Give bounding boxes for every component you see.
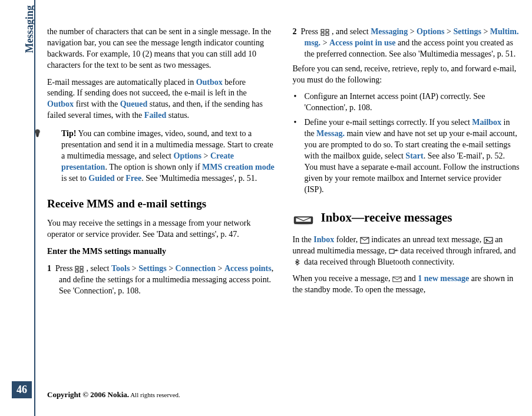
link-guided: Guided [88, 174, 114, 183]
section-label: Messaging [24, 5, 36, 53]
paragraph: When you receive a message, and 1 new me… [293, 273, 521, 296]
link-outbox: Outbox [47, 100, 74, 108]
main-content: the number of characters that can be sen… [47, 27, 520, 381]
rights-reserved: All rights reserved. [129, 391, 180, 398]
link-access-points: Access points [224, 264, 272, 273]
svg-rect-0 [75, 266, 78, 269]
svg-point-13 [485, 239, 487, 240]
inbox-icon [293, 211, 314, 225]
link-queued: Queued [120, 100, 148, 108]
link-free: Free [125, 174, 141, 183]
list-item: Define your e-mail settings correctly. I… [305, 117, 521, 195]
link-connection: Connection [176, 264, 216, 273]
link-settings: Settings [138, 264, 166, 273]
link-tools: Tools [111, 264, 130, 273]
svg-rect-6 [321, 33, 324, 35]
link-new-message: 1 new message [418, 274, 469, 283]
tip-block: Tip! You can combine images, video, soun… [47, 128, 275, 184]
page-number: 46 [12, 381, 32, 398]
paragraph: Before you can send, receive, retrieve, … [293, 64, 521, 86]
link-messaging: Messaging [371, 27, 408, 36]
step-2: 2 Press , and select Messaging > Options… [293, 27, 521, 60]
heading-inbox: Inbox—receive messages [321, 209, 452, 226]
svg-point-10 [293, 223, 312, 225]
svg-rect-14 [389, 249, 394, 253]
unread-mms-icon [484, 237, 493, 244]
bullet-list: Configure an Internet access point (IAP)… [293, 91, 521, 195]
bluetooth-icon [293, 259, 302, 266]
menu-key-icon [75, 266, 84, 273]
link-outbox: Outbox [196, 78, 223, 87]
link-start: Start [405, 151, 423, 160]
link-inbox: Inbox [313, 235, 334, 244]
link-mailbox: Mailbox [472, 118, 501, 127]
menu-key-icon [320, 29, 330, 36]
paragraph: You may receive the settings in a messag… [47, 218, 275, 240]
svg-rect-1 [80, 266, 83, 269]
link-mms-mode: MMS creation mode [202, 163, 275, 171]
copyright: Copyright © 2006 Nokia. [47, 390, 129, 399]
link-messag: Messag. [316, 129, 345, 138]
unread-text-icon [360, 237, 369, 244]
link-options: Options [417, 27, 444, 36]
svg-rect-4 [321, 29, 324, 32]
footer: Copyright © 2006 Nokia. All rights reser… [47, 390, 180, 400]
step-1: 1 Press , select Tools > Settings > Conn… [47, 263, 275, 297]
tip-label: Tip! [61, 129, 76, 138]
list-item: Configure an Internet access point (IAP)… [305, 91, 521, 114]
link-failed: Failed [144, 111, 166, 120]
inbox-heading-row: Inbox—receive messages [293, 209, 521, 226]
svg-rect-5 [326, 29, 329, 32]
infrared-icon [389, 247, 398, 255]
link-settings: Settings [453, 27, 481, 36]
right-column: 2 Press , and select Messaging > Options… [293, 27, 521, 381]
paragraph: In the Inbox folder, indicates an unread… [293, 235, 521, 268]
svg-rect-3 [80, 270, 83, 272]
envelope-icon [392, 276, 402, 283]
link-access-point-in-use: Access point in use [329, 38, 395, 47]
subheading: Enter the MMS settings manually [47, 246, 275, 257]
left-column: the number of characters that can be sen… [47, 27, 275, 381]
paragraph: the number of characters that can be sen… [47, 27, 275, 71]
svg-rect-2 [75, 270, 78, 272]
paragraph: E-mail messages are automatically placed… [47, 77, 275, 122]
svg-rect-7 [326, 33, 329, 35]
heading-receive-settings: Receive MMS and e-mail settings [47, 196, 275, 212]
link-options: Options [174, 151, 201, 160]
page-sidebar: Messaging 46 [0, 0, 35, 416]
